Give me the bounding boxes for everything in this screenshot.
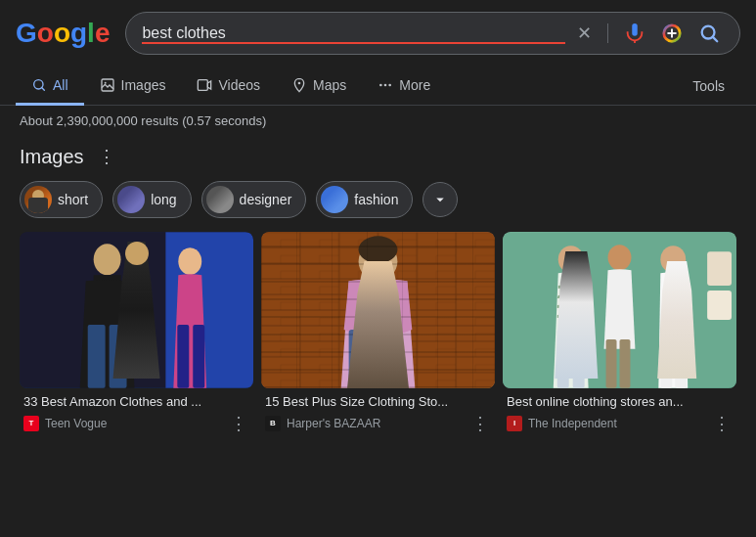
svg-rect-44 [707, 291, 732, 320]
source-info-2: B Harper's BAZAAR [265, 416, 380, 431]
tab-more-label: More [399, 77, 430, 93]
filter-chips: short long designer fashion [20, 181, 736, 218]
svg-line-4 [713, 37, 717, 41]
logo-e: e [95, 18, 111, 48]
filter-chip-long-label: long [151, 192, 176, 207]
svg-rect-31 [359, 328, 393, 347]
tab-all-label: All [53, 77, 68, 93]
tab-images-label: Images [121, 77, 166, 93]
svg-rect-36 [573, 330, 585, 388]
filter-chip-designer-label: designer [240, 192, 292, 207]
card-more-button-1[interactable]: ⋮ [228, 415, 249, 432]
svg-rect-39 [620, 339, 631, 388]
more-dots-icon [378, 77, 393, 93]
svg-point-13 [389, 84, 392, 87]
image-source-3: I The Independent ⋮ [507, 415, 733, 432]
images-icon [100, 77, 115, 93]
svg-rect-42 [675, 330, 687, 388]
tools-button[interactable]: Tools [677, 68, 740, 104]
videos-icon [197, 77, 212, 93]
search-input[interactable] [142, 24, 337, 42]
filter-chip-short[interactable]: short [20, 181, 103, 218]
svg-point-37 [608, 245, 632, 270]
svg-point-28 [359, 236, 398, 263]
image-grid: 33 Best Amazon Clothes and ... T Teen Vo… [20, 232, 736, 434]
svg-rect-38 [606, 339, 617, 388]
image-title-3: Best online clothing stores an... [507, 394, 733, 411]
maps-icon [291, 77, 307, 93]
image-card-2[interactable]: 15 Best Plus Size Clothing Sto... B Harp… [261, 232, 495, 434]
chip-avatar-fashion [321, 186, 348, 213]
svg-point-34 [558, 246, 584, 273]
images-section: Images ⋮ short long designer fashion [0, 136, 756, 442]
logo-l: l [87, 18, 95, 48]
svg-rect-21 [177, 325, 189, 388]
tab-videos[interactable]: Videos [181, 67, 276, 106]
images-more-button[interactable]: ⋮ [92, 144, 121, 169]
image-source-2: B Harper's BAZAAR ⋮ [265, 415, 491, 432]
source-info-1: T Teen Vogue [23, 416, 107, 431]
images-title: Images [20, 146, 84, 168]
header: Google ✕ [0, 0, 756, 67]
card-more-button-3[interactable]: ⋮ [711, 415, 733, 432]
tab-maps-label: Maps [313, 77, 346, 93]
tab-more[interactable]: More [362, 67, 446, 106]
source-favicon-1: T [23, 416, 39, 431]
logo-g: G [16, 18, 37, 48]
image-card-3[interactable]: Best online clothing stores an... I The … [503, 232, 736, 434]
tab-all[interactable]: All [16, 67, 84, 106]
card-more-button-2[interactable]: ⋮ [469, 415, 491, 432]
svg-point-8 [104, 82, 106, 84]
svg-rect-24 [261, 232, 495, 387]
svg-rect-30 [377, 330, 401, 388]
chevron-down-icon [431, 191, 449, 208]
logo-g2: g [70, 18, 87, 48]
tab-videos-label: Videos [218, 77, 260, 93]
source-favicon-3: I [507, 416, 522, 431]
filter-chip-fashion[interactable]: fashion [316, 181, 413, 218]
nav-tabs: All Images Videos Maps More Tools [0, 67, 756, 106]
mic-button[interactable] [620, 19, 649, 48]
tab-maps[interactable]: Maps [276, 67, 362, 106]
svg-rect-23 [261, 232, 495, 387]
filter-chip-long[interactable]: long [112, 181, 191, 218]
image-title-1: 33 Best Amazon Clothes and ... [23, 394, 249, 411]
svg-line-6 [41, 87, 44, 90]
filter-chip-fashion-label: fashion [354, 192, 398, 207]
svg-rect-32 [369, 332, 383, 343]
svg-point-16 [94, 244, 121, 275]
image-caption-1: 33 Best Amazon Clothes and ... T Teen Vo… [20, 388, 253, 434]
filter-chip-short-label: short [58, 192, 88, 207]
chip-avatar-long [117, 186, 145, 213]
source-name-3: The Independent [528, 417, 617, 430]
search-submit-icon [698, 22, 720, 44]
svg-rect-19 [110, 325, 127, 388]
google-logo[interactable]: Google [16, 18, 110, 49]
logo-o2: o [54, 18, 70, 48]
image-source-1: T Teen Vogue ⋮ [23, 415, 249, 432]
mic-icon [624, 22, 645, 44]
svg-rect-43 [707, 251, 732, 286]
lens-button[interactable] [657, 19, 687, 48]
search-text-wrapper [142, 24, 565, 42]
search-underline [142, 42, 565, 44]
tools-label: Tools [692, 78, 725, 94]
svg-point-11 [379, 84, 382, 87]
search-submit-button[interactable] [694, 19, 724, 48]
svg-rect-29 [349, 330, 374, 388]
images-header: Images ⋮ [20, 144, 736, 169]
results-count-text: About 2,390,000,000 results (0.57 second… [20, 113, 266, 128]
svg-rect-35 [557, 330, 569, 388]
clear-button[interactable]: ✕ [573, 19, 596, 48]
svg-rect-41 [660, 330, 672, 388]
svg-point-40 [660, 246, 686, 273]
svg-point-12 [384, 84, 387, 87]
filter-chip-designer[interactable]: designer [201, 181, 307, 218]
expand-filters-button[interactable] [422, 182, 458, 217]
image-card-1[interactable]: 33 Best Amazon Clothes and ... T Teen Vo… [20, 232, 253, 434]
image-thumb-2 [261, 232, 495, 388]
tab-images[interactable]: Images [84, 67, 182, 106]
source-name-2: Harper's BAZAAR [287, 417, 380, 430]
image-caption-2: 15 Best Plus Size Clothing Sto... B Harp… [261, 388, 495, 434]
chip-avatar-designer [206, 186, 234, 213]
